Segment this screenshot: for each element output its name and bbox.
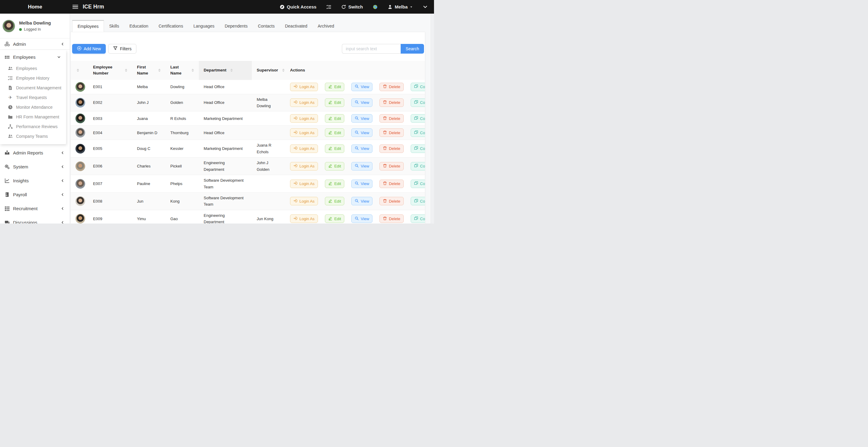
column-header-department[interactable]: Department — [199, 61, 252, 80]
delete-button[interactable]: Delete — [379, 180, 404, 188]
login-as-button[interactable]: Login As — [290, 162, 318, 171]
login-as-button[interactable]: Login As — [290, 214, 318, 223]
edit-button[interactable]: Edit — [325, 180, 344, 188]
delete-button[interactable]: Delete — [379, 144, 404, 153]
quick-access-button[interactable]: Quick Access — [280, 4, 316, 9]
sidebar-subitem-performance-reviews[interactable]: Performance Reviews — [0, 122, 66, 131]
tab-dependents[interactable]: Dependents — [219, 20, 253, 32]
copy-button[interactable]: Copy — [411, 180, 425, 188]
copy-button[interactable]: Copy — [411, 114, 425, 123]
sidebar-subitem-document-management[interactable]: Document Management — [0, 83, 66, 93]
copy-button[interactable]: Copy — [411, 128, 425, 137]
edit-button[interactable]: Edit — [325, 114, 344, 123]
actions-cell: Login AsEditViewDeleteCopy — [285, 140, 425, 158]
login-as-button[interactable]: Login As — [290, 83, 318, 91]
view-button[interactable]: View — [351, 180, 372, 188]
filters-button[interactable]: Filters — [108, 44, 136, 54]
edit-button[interactable]: Edit — [325, 128, 344, 137]
delete-button[interactable]: Delete — [379, 83, 404, 91]
sidebar-item-insights[interactable]: Insights — [0, 174, 70, 187]
tab-employees[interactable]: Employees — [72, 20, 104, 32]
delete-button[interactable]: Delete — [379, 114, 404, 123]
column-header-first-name[interactable]: First Name — [132, 61, 165, 80]
sidebar-item-discussions[interactable]: Discussions — [0, 215, 70, 224]
copy-button[interactable]: Copy — [411, 162, 425, 171]
delete-button[interactable]: Delete — [379, 162, 404, 171]
view-button[interactable]: View — [351, 114, 372, 123]
login-as-button[interactable]: Login As — [290, 180, 318, 188]
plane-icon: ✈ — [7, 95, 13, 100]
sidebar-subitem-employee-history[interactable]: Employee History — [0, 73, 66, 83]
sidebar-item-recruitment[interactable]: Recruitment — [0, 201, 70, 215]
edit-button[interactable]: Edit — [325, 162, 344, 171]
tab-education[interactable]: Education — [124, 20, 153, 32]
edit-button[interactable]: Edit — [325, 197, 344, 205]
tab-skills[interactable]: Skills — [104, 20, 124, 32]
delete-button[interactable]: Delete — [379, 214, 404, 223]
edit-button[interactable]: Edit — [325, 214, 344, 223]
view-button[interactable]: View — [351, 98, 372, 107]
switch-label: Switch — [348, 4, 363, 9]
task-list-button[interactable] — [327, 4, 331, 9]
copy-button[interactable]: Copy — [411, 83, 425, 91]
delete-button[interactable]: Delete — [379, 128, 404, 137]
view-button[interactable]: View — [351, 197, 372, 205]
sidebar-subitem-company-teams[interactable]: Company Teams — [0, 131, 66, 141]
sidebar-subitem-hr-form-management[interactable]: HR Form Management — [0, 112, 66, 122]
employee-number-cell: E003 — [88, 111, 132, 126]
view-button[interactable]: View — [351, 214, 372, 223]
login-as-button[interactable]: Login As — [290, 114, 318, 123]
comments-icon — [4, 220, 10, 224]
edit-button[interactable]: Edit — [325, 83, 344, 91]
login-as-button[interactable]: Login As — [290, 98, 318, 107]
actions-cell: Login AsEditViewDeleteCopy — [285, 94, 425, 111]
tab-certifications[interactable]: Certifications — [153, 20, 188, 32]
copy-button[interactable]: Copy — [411, 214, 425, 223]
first-name-cell: Jun — [132, 193, 165, 210]
book-reader-icon — [4, 150, 10, 156]
view-button[interactable]: View — [351, 128, 372, 137]
scrollbar[interactable] — [431, 13, 434, 224]
sidebar-subitem-label: Monitor Attendance — [16, 105, 53, 110]
edit-button[interactable]: Edit — [325, 98, 344, 107]
edit-button[interactable]: Edit — [325, 144, 344, 153]
sidebar-item-payroll[interactable]: Payroll — [0, 187, 70, 201]
tab-contacts[interactable]: Contacts — [253, 20, 280, 32]
collapse-header-button[interactable] — [423, 4, 428, 9]
search-button[interactable]: Search — [401, 44, 424, 54]
switch-button[interactable]: Switch — [341, 4, 363, 9]
column-header-supervisor[interactable]: Supervisor — [252, 61, 285, 80]
user-menu[interactable]: Melba — [388, 4, 413, 9]
column-header-last-name[interactable]: Last Name — [165, 61, 199, 80]
sidebar-item-label: Employees — [13, 55, 57, 60]
sidebar-subitem-employees[interactable]: Employees — [0, 64, 66, 73]
sidebar-subitem-travel-requests[interactable]: ✈Travel Requests — [0, 93, 66, 102]
column-header-employee-number[interactable]: Employee Number — [88, 61, 132, 80]
add-new-button[interactable]: Add New — [72, 44, 106, 54]
sidebar-subitem-monitor-attendance[interactable]: Monitor Attendance — [0, 102, 66, 112]
copy-button[interactable]: Copy — [411, 144, 425, 153]
copy-button[interactable]: Copy — [411, 98, 425, 107]
home-link[interactable]: Home — [28, 4, 42, 10]
sidebar-item-employees[interactable]: Employees — [0, 50, 66, 64]
tab-deactivated[interactable]: Deactivated — [280, 20, 312, 32]
tab-archived[interactable]: Archived — [312, 20, 339, 32]
copy-button[interactable]: Copy — [411, 197, 425, 205]
hamburger-menu-icon[interactable] — [72, 5, 78, 9]
login-as-button[interactable]: Login As — [290, 144, 318, 153]
delete-button[interactable]: Delete — [379, 197, 404, 205]
tab-languages[interactable]: Languages — [188, 20, 219, 32]
employee-number-cell: E005 — [88, 140, 132, 158]
sidebar-item-admin-reports[interactable]: Admin Reports — [0, 146, 70, 160]
delete-button[interactable]: Delete — [379, 98, 404, 107]
search-input[interactable] — [342, 44, 401, 54]
column-header-avatar[interactable] — [71, 61, 88, 80]
login-as-button[interactable]: Login As — [290, 197, 318, 205]
language-globe-button[interactable] — [373, 4, 378, 9]
view-button[interactable]: View — [351, 144, 372, 153]
sidebar-item-admin[interactable]: Admin — [0, 38, 70, 50]
view-button[interactable]: View — [351, 162, 372, 171]
sidebar-item-system[interactable]: System — [0, 160, 70, 174]
view-button[interactable]: View — [351, 83, 372, 91]
login-as-button[interactable]: Login As — [290, 128, 318, 137]
